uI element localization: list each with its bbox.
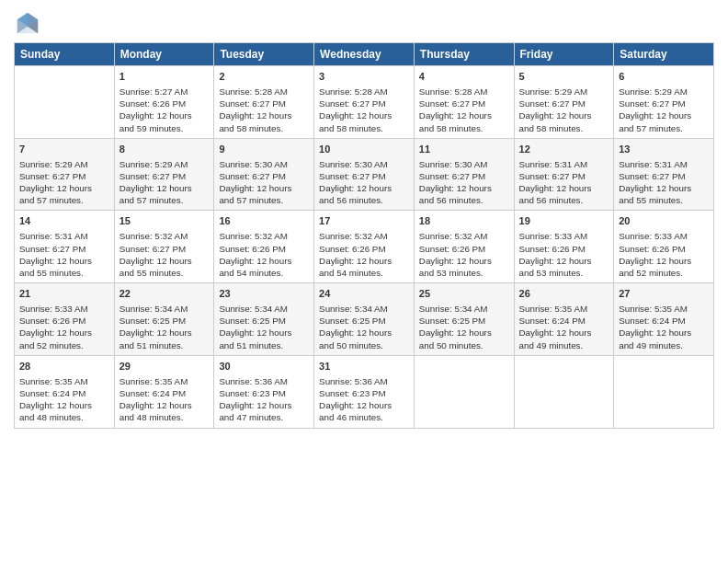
day-info: Sunrise: 5:36 AM Sunset: 6:23 PM Dayligh… (219, 375, 309, 424)
day-number: 17 (319, 214, 409, 228)
day-cell: 31Sunrise: 5:36 AM Sunset: 6:23 PM Dayli… (314, 355, 415, 428)
day-number: 15 (119, 214, 210, 228)
page-header (14, 9, 714, 37)
day-number: 18 (419, 214, 509, 228)
day-cell: 4Sunrise: 5:28 AM Sunset: 6:27 PM Daylig… (414, 66, 514, 139)
day-cell: 27Sunrise: 5:35 AM Sunset: 6:24 PM Dayli… (614, 283, 714, 356)
day-cell: 10Sunrise: 5:30 AM Sunset: 6:27 PM Dayli… (314, 138, 415, 211)
day-number: 13 (619, 143, 709, 156)
day-cell: 8Sunrise: 5:29 AM Sunset: 6:27 PM Daylig… (114, 138, 214, 211)
day-cell: 14Sunrise: 5:31 AM Sunset: 6:27 PM Dayli… (15, 211, 115, 283)
day-cell: 21Sunrise: 5:33 AM Sunset: 6:26 PM Dayli… (15, 283, 115, 356)
day-number: 4 (419, 70, 509, 84)
day-cell: 23Sunrise: 5:34 AM Sunset: 6:25 PM Dayli… (214, 283, 314, 356)
day-info: Sunrise: 5:28 AM Sunset: 6:27 PM Dayligh… (419, 86, 509, 134)
day-info: Sunrise: 5:30 AM Sunset: 6:27 PM Dayligh… (419, 158, 509, 207)
day-number: 30 (219, 360, 309, 373)
day-number: 1 (119, 70, 210, 84)
day-number: 11 (419, 143, 509, 156)
day-info: Sunrise: 5:29 AM Sunset: 6:27 PM Dayligh… (19, 158, 109, 207)
day-number: 21 (19, 287, 109, 301)
day-cell (614, 355, 714, 428)
day-number: 29 (119, 360, 210, 373)
day-cell: 2Sunrise: 5:28 AM Sunset: 6:27 PM Daylig… (214, 66, 314, 139)
day-cell: 20Sunrise: 5:33 AM Sunset: 6:26 PM Dayli… (614, 211, 714, 283)
day-cell: 6Sunrise: 5:29 AM Sunset: 6:27 PM Daylig… (614, 66, 714, 139)
day-cell: 9Sunrise: 5:30 AM Sunset: 6:27 PM Daylig… (214, 138, 314, 211)
day-number: 6 (619, 70, 709, 84)
day-cell: 1Sunrise: 5:27 AM Sunset: 6:26 PM Daylig… (114, 66, 214, 139)
day-info: Sunrise: 5:35 AM Sunset: 6:24 PM Dayligh… (119, 375, 210, 424)
week-row-3: 14Sunrise: 5:31 AM Sunset: 6:27 PM Dayli… (15, 211, 714, 283)
day-number: 12 (519, 143, 609, 156)
day-number: 2 (219, 70, 309, 84)
header-cell-friday: Friday (514, 43, 614, 66)
day-info: Sunrise: 5:32 AM Sunset: 6:26 PM Dayligh… (219, 230, 309, 279)
day-cell: 16Sunrise: 5:32 AM Sunset: 6:26 PM Dayli… (214, 211, 314, 283)
logo (14, 9, 45, 37)
day-cell: 17Sunrise: 5:32 AM Sunset: 6:26 PM Dayli… (314, 211, 415, 283)
header-cell-thursday: Thursday (414, 43, 514, 66)
day-cell (15, 66, 115, 139)
day-cell: 12Sunrise: 5:31 AM Sunset: 6:27 PM Dayli… (514, 138, 614, 211)
day-info: Sunrise: 5:29 AM Sunset: 6:27 PM Dayligh… (119, 158, 210, 207)
day-cell (514, 355, 614, 428)
calendar-header-row: SundayMondayTuesdayWednesdayThursdayFrid… (15, 43, 714, 66)
day-cell: 3Sunrise: 5:28 AM Sunset: 6:27 PM Daylig… (314, 66, 415, 139)
day-number: 8 (119, 143, 210, 156)
day-info: Sunrise: 5:31 AM Sunset: 6:27 PM Dayligh… (519, 158, 609, 207)
day-number: 24 (319, 287, 409, 301)
day-info: Sunrise: 5:31 AM Sunset: 6:27 PM Dayligh… (19, 230, 109, 279)
day-number: 14 (19, 214, 109, 228)
day-info: Sunrise: 5:34 AM Sunset: 6:25 PM Dayligh… (219, 303, 309, 351)
day-cell: 28Sunrise: 5:35 AM Sunset: 6:24 PM Dayli… (15, 355, 115, 428)
header-cell-tuesday: Tuesday (214, 43, 314, 66)
week-row-1: 1Sunrise: 5:27 AM Sunset: 6:26 PM Daylig… (15, 66, 714, 139)
calendar-body: 1Sunrise: 5:27 AM Sunset: 6:26 PM Daylig… (15, 66, 714, 429)
day-info: Sunrise: 5:33 AM Sunset: 6:26 PM Dayligh… (619, 230, 709, 279)
day-info: Sunrise: 5:36 AM Sunset: 6:23 PM Dayligh… (319, 375, 409, 424)
day-info: Sunrise: 5:28 AM Sunset: 6:27 PM Dayligh… (219, 86, 309, 134)
day-info: Sunrise: 5:34 AM Sunset: 6:25 PM Dayligh… (119, 303, 210, 351)
day-number: 20 (619, 214, 709, 228)
week-row-5: 28Sunrise: 5:35 AM Sunset: 6:24 PM Dayli… (15, 355, 714, 428)
day-info: Sunrise: 5:34 AM Sunset: 6:25 PM Dayligh… (419, 303, 509, 351)
day-info: Sunrise: 5:27 AM Sunset: 6:26 PM Dayligh… (119, 86, 210, 134)
day-number: 19 (519, 214, 609, 228)
day-info: Sunrise: 5:35 AM Sunset: 6:24 PM Dayligh… (519, 303, 609, 351)
day-cell: 30Sunrise: 5:36 AM Sunset: 6:23 PM Dayli… (214, 355, 314, 428)
day-cell: 7Sunrise: 5:29 AM Sunset: 6:27 PM Daylig… (15, 138, 115, 211)
day-number: 3 (319, 70, 409, 84)
day-cell: 29Sunrise: 5:35 AM Sunset: 6:24 PM Dayli… (114, 355, 214, 428)
day-number: 31 (319, 360, 409, 373)
day-number: 27 (619, 287, 709, 301)
day-cell: 19Sunrise: 5:33 AM Sunset: 6:26 PM Dayli… (514, 211, 614, 283)
day-number: 23 (219, 287, 309, 301)
day-info: Sunrise: 5:34 AM Sunset: 6:25 PM Dayligh… (319, 303, 409, 351)
day-number: 7 (19, 143, 109, 156)
header-cell-sunday: Sunday (15, 43, 115, 66)
day-cell: 22Sunrise: 5:34 AM Sunset: 6:25 PM Dayli… (114, 283, 214, 356)
day-info: Sunrise: 5:32 AM Sunset: 6:27 PM Dayligh… (119, 230, 210, 279)
day-info: Sunrise: 5:30 AM Sunset: 6:27 PM Dayligh… (319, 158, 409, 207)
day-info: Sunrise: 5:30 AM Sunset: 6:27 PM Dayligh… (219, 158, 309, 207)
day-info: Sunrise: 5:32 AM Sunset: 6:26 PM Dayligh… (319, 230, 409, 279)
day-number: 22 (119, 287, 210, 301)
day-info: Sunrise: 5:33 AM Sunset: 6:26 PM Dayligh… (519, 230, 609, 279)
day-info: Sunrise: 5:35 AM Sunset: 6:24 PM Dayligh… (619, 303, 709, 351)
day-info: Sunrise: 5:29 AM Sunset: 6:27 PM Dayligh… (519, 86, 609, 134)
week-row-2: 7Sunrise: 5:29 AM Sunset: 6:27 PM Daylig… (15, 138, 714, 211)
day-cell: 13Sunrise: 5:31 AM Sunset: 6:27 PM Dayli… (614, 138, 714, 211)
day-number: 26 (519, 287, 609, 301)
day-info: Sunrise: 5:32 AM Sunset: 6:26 PM Dayligh… (419, 230, 509, 279)
week-row-4: 21Sunrise: 5:33 AM Sunset: 6:26 PM Dayli… (15, 283, 714, 356)
day-info: Sunrise: 5:33 AM Sunset: 6:26 PM Dayligh… (19, 303, 109, 351)
day-info: Sunrise: 5:29 AM Sunset: 6:27 PM Dayligh… (619, 86, 709, 134)
header-cell-saturday: Saturday (614, 43, 714, 66)
day-number: 25 (419, 287, 509, 301)
day-cell: 11Sunrise: 5:30 AM Sunset: 6:27 PM Dayli… (414, 138, 514, 211)
day-cell: 5Sunrise: 5:29 AM Sunset: 6:27 PM Daylig… (514, 66, 614, 139)
header-cell-wednesday: Wednesday (314, 43, 415, 66)
day-number: 5 (519, 70, 609, 84)
day-number: 28 (19, 360, 109, 373)
